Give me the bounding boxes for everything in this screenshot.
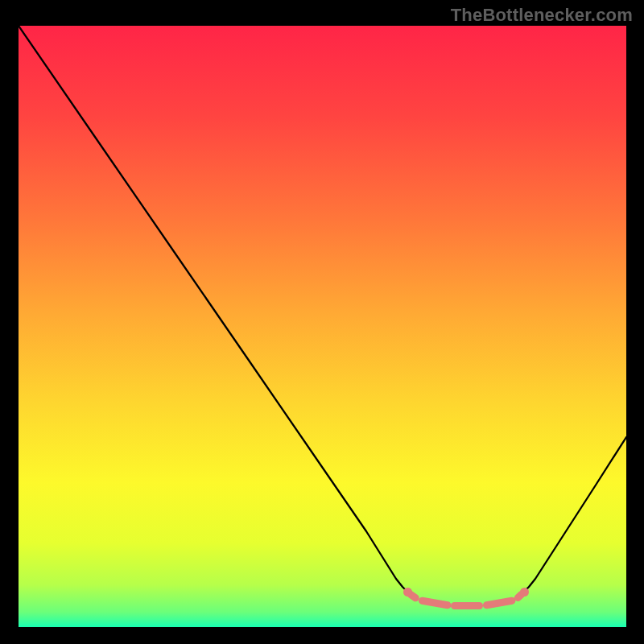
chart-root: { "watermark": { "text": "TheBottlenecke… — [0, 0, 644, 644]
plot-area — [19, 26, 626, 627]
curve-right-branch — [524, 437, 626, 592]
optimal-range-segment — [451, 602, 483, 609]
bottleneck-curve — [19, 26, 626, 627]
watermark-text: TheBottlenecker.com — [451, 5, 633, 26]
curve-left-branch — [19, 26, 407, 592]
optimal-range-endpoint — [520, 588, 529, 597]
optimal-range-endpoint — [403, 588, 412, 597]
